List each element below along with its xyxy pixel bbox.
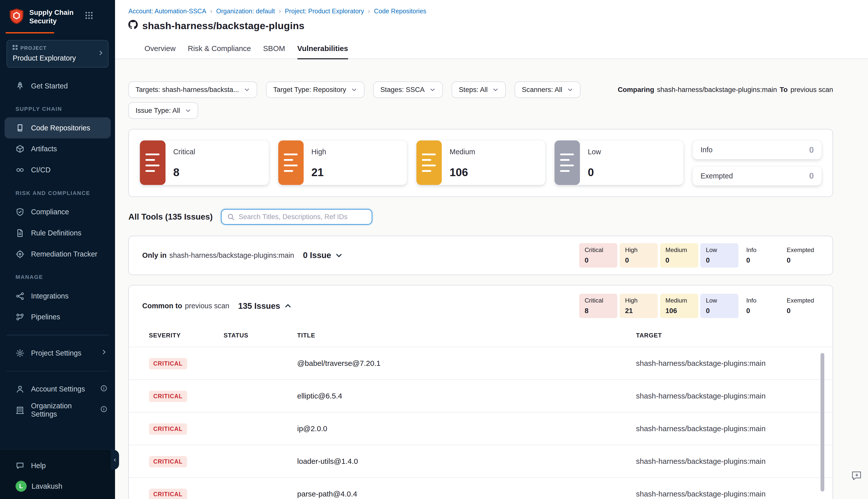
severity-badge: CRITICAL: [149, 423, 187, 435]
issue-title: ip@2.0.0: [297, 424, 636, 433]
comparing-text: Comparing shash-harness/backstage-plugin…: [618, 86, 833, 94]
app-grid-icon[interactable]: [85, 12, 93, 21]
common-severity-chips: Critical8 High21 Medium106 Low0 Info0 Ex…: [579, 294, 819, 318]
severity-card-critical: Critical8: [140, 141, 269, 185]
chat-bubble-icon: [15, 461, 24, 470]
sidebar-item-get-started[interactable]: Get Started: [0, 75, 115, 97]
issue-target: shash-harness/backstage-plugins:main: [636, 490, 819, 498]
table-row[interactable]: CRITICAL elliptic@6.5.4 shash-harness/ba…: [129, 379, 833, 412]
shield-check-icon: [15, 208, 24, 216]
sidebar-item-project-settings[interactable]: Project Settings: [0, 342, 115, 364]
common-issues-panel: Common to previous scan 135 Issues Criti…: [128, 285, 833, 499]
sidebar-item-account-settings[interactable]: Account Settings: [0, 379, 115, 400]
severity-card-medium: Medium106: [417, 141, 545, 185]
issue-target: shash-harness/backstage-plugins:main: [636, 359, 819, 368]
table-row[interactable]: CRITICAL ip@2.0.0 shash-harness/backstag…: [129, 412, 833, 445]
building-icon: [15, 406, 24, 415]
chevron-down-icon: [430, 87, 435, 93]
table-header: SEVERITY STATUS TITLE TARGET: [129, 326, 833, 347]
tab-vulnerabilities[interactable]: Vulnerabilities: [297, 37, 348, 59]
pipeline-icon: [15, 313, 24, 321]
sidebar-item-help[interactable]: Help: [0, 455, 115, 476]
chip-high: High0: [620, 243, 658, 268]
chevron-down-icon: [335, 252, 343, 259]
project-label-row: PROJECT: [13, 45, 96, 51]
info-circle-icon: [100, 405, 108, 415]
breadcrumb: Account: Automation-SSCA › Organization:…: [128, 7, 855, 15]
sidebar-divider: [7, 335, 109, 335]
compare-with-selector[interactable]: previous scan: [790, 86, 833, 94]
nodes-icon: [15, 292, 24, 301]
tab-risk-compliance[interactable]: Risk & Compliance: [188, 37, 251, 59]
person-icon: [15, 385, 24, 393]
severity-badge: CRITICAL: [149, 358, 187, 369]
logo-accent-bar: [5, 32, 54, 33]
critical-severity-icon: [140, 141, 165, 185]
target-type-filter-dropdown[interactable]: Target Type: Repository: [266, 82, 364, 98]
chevron-up-icon: [284, 302, 292, 310]
chip-critical: Critical8: [579, 294, 617, 318]
sidebar-item-organization-settings[interactable]: Organization Settings: [0, 400, 115, 421]
breadcrumb-separator-icon: ›: [210, 7, 212, 15]
issue-type-filter-dropdown[interactable]: Issue Type: All: [128, 102, 198, 119]
table-row[interactable]: CRITICAL @babel/traverse@7.20.1 shash-ha…: [129, 347, 833, 379]
sidebar-item-cicd[interactable]: CI/CD: [0, 160, 115, 181]
table-row[interactable]: CRITICAL loader-utils@1.4.0 shash-harnes…: [129, 445, 833, 477]
severity-summary-panel: Critical8 High21 Medium106 Low0 Info0 Ex…: [128, 129, 833, 197]
page-header: Account: Automation-SSCA › Organization:…: [115, 0, 868, 32]
section-label-risk-compliance: RISK AND COMPLIANCE: [0, 180, 115, 201]
tab-sbom[interactable]: SBOM: [263, 37, 285, 59]
chevron-down-icon: [567, 87, 573, 93]
chip-exempted: Exempted0: [781, 294, 819, 318]
sidebar-item-rule-definitions[interactable]: Rule Definitions: [0, 223, 115, 244]
tab-overview[interactable]: Overview: [145, 37, 176, 59]
common-issues-header[interactable]: Common to previous scan 135 Issues Criti…: [129, 285, 833, 326]
scanners-filter-dropdown[interactable]: Scanners: All: [514, 82, 580, 98]
targets-filter-dropdown[interactable]: Targets: shash-harness/backsta...: [128, 82, 257, 98]
app-title: Supply Chain Security: [29, 8, 80, 26]
rocket-icon: [15, 82, 24, 90]
severity-badge: CRITICAL: [149, 456, 187, 467]
common-issues-toggle[interactable]: 135 Issues: [238, 301, 292, 311]
breadcrumb-code-repositories[interactable]: Code Repositories: [374, 8, 426, 15]
sidebar-collapse-handle[interactable]: ‹: [111, 450, 119, 470]
chevron-right-icon: [101, 349, 107, 357]
sidebar-header: Supply Chain Security: [0, 0, 115, 30]
issue-title: parse-path@4.0.4: [297, 490, 636, 498]
chip-info: Info0: [741, 243, 779, 268]
exempted-stat-row: Exempted0: [693, 167, 821, 185]
low-severity-icon: [555, 141, 580, 185]
document-icon: [15, 229, 24, 238]
breadcrumb-organization[interactable]: Organization: default: [216, 8, 275, 15]
only-in-issues-toggle[interactable]: 0 Issue: [303, 251, 343, 260]
table-row[interactable]: CRITICAL parse-path@4.0.4 shash-harness/…: [129, 477, 833, 499]
all-tools-row: All Tools (135 Issues): [128, 209, 833, 224]
table-scrollbar[interactable]: [820, 353, 824, 491]
sidebar-item-artifacts[interactable]: Artifacts: [0, 138, 115, 160]
only-in-severity-chips: Critical0 High0 Medium0 Low0 Info0 Exemp…: [579, 243, 819, 268]
chip-low: Low0: [700, 294, 739, 318]
chip-high: High21: [620, 294, 658, 318]
only-in-panel[interactable]: Only in shash-harness/backstage-plugins:…: [128, 236, 833, 275]
stages-filter-dropdown[interactable]: Stages: SSCA: [373, 82, 443, 98]
sidebar-item-compliance[interactable]: Compliance: [0, 202, 115, 223]
column-severity: SEVERITY: [149, 332, 224, 339]
breadcrumb-account[interactable]: Account: Automation-SSCA: [128, 8, 206, 15]
project-grid-icon: [13, 45, 17, 51]
user-profile[interactable]: L Lavakush: [0, 476, 115, 492]
column-target: TARGET: [636, 332, 819, 339]
avatar: L: [15, 480, 27, 492]
severity-badge: CRITICAL: [149, 391, 187, 402]
search-input[interactable]: [239, 213, 366, 221]
sidebar-item-remediation-tracker[interactable]: Remediation Tracker: [0, 243, 115, 265]
steps-filter-dropdown[interactable]: Steps: All: [451, 82, 506, 98]
sidebar-item-pipelines[interactable]: Pipelines: [0, 306, 115, 328]
project-selector[interactable]: PROJECT Product Exploratory: [7, 40, 109, 68]
sidebar-item-code-repositories[interactable]: Code Repositories: [4, 117, 111, 138]
severity-card-low: Low0: [555, 141, 683, 185]
page-title: shash-harness/backstage-plugins: [142, 20, 305, 32]
search-icon: [227, 213, 235, 221]
sidebar-item-integrations[interactable]: Integrations: [0, 285, 115, 306]
breadcrumb-project[interactable]: Project: Product Exploratory: [285, 8, 364, 15]
assistant-chat-icon[interactable]: [851, 470, 863, 484]
